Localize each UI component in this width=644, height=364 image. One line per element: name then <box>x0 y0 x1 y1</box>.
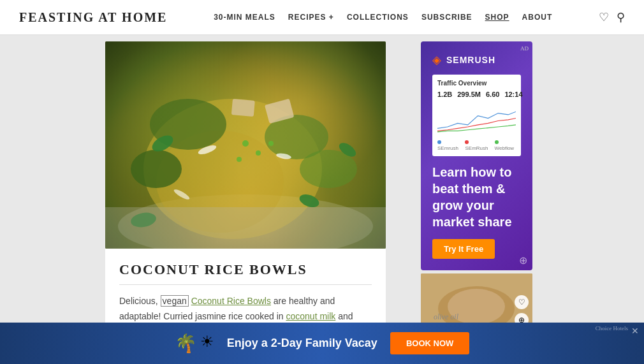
nav-item-about[interactable]: ABOUT <box>522 13 553 22</box>
legend-item-3: Webflow <box>495 140 516 151</box>
banner-logo-text: Choice Hotels <box>596 325 628 331</box>
article-title: COCONUT RICE BOWLS <box>119 261 372 285</box>
legend-dot-2 <box>465 140 469 144</box>
article-link-coconut-rice[interactable]: Coconut Rice Bowls <box>191 296 271 306</box>
semrush-ad-headline: Learn how to beat them & grow your marke… <box>432 164 521 230</box>
food-svg-decoration <box>105 41 386 249</box>
legend-dot-1 <box>437 140 441 144</box>
banner-icons: 🌴 ☀ <box>175 333 214 354</box>
legend-item-1: SEmrush <box>437 140 460 151</box>
svg-point-5 <box>131 150 182 188</box>
svg-rect-20 <box>105 207 386 249</box>
sidebar: AD ◈ SEMRUSH Traffic Overview 1.2B 299.5… <box>405 41 644 364</box>
banner-beach-icon: 🌴 <box>175 333 197 354</box>
site-header: FEASTING AT HOME 30-MIN MEALS RECIPES + … <box>0 0 644 35</box>
banner-close-icon[interactable]: ✕ <box>631 326 639 337</box>
chart-metrics: 1.2B 299.5M 6.60 12:14 <box>437 91 516 98</box>
semrush-ad: AD ◈ SEMRUSH Traffic Overview 1.2B 299.5… <box>421 41 532 270</box>
sidebar-content: AD ◈ SEMRUSH Traffic Overview 1.2B 299.5… <box>414 41 634 331</box>
metric-value-1: 1.2B <box>437 91 452 98</box>
metric-3: 6.60 <box>486 91 499 98</box>
svg-rect-8 <box>231 99 255 117</box>
nav-item-subscribe[interactable]: SUBSCRIBE <box>421 13 472 22</box>
nav-item-shop[interactable]: SHOP <box>485 13 509 22</box>
article-link-coconut-milk[interactable]: coconut milk <box>286 311 335 321</box>
search-icon[interactable]: ⚲ <box>617 10 625 24</box>
banner-inner: 🌴 ☀ Enjoy a 2-Day Family Vacay BOOK NOW <box>175 332 470 354</box>
semrush-ad-header: ◈ SEMRUSH <box>432 53 521 67</box>
svg-point-17 <box>256 150 261 156</box>
header-icons: ♡ ⚲ <box>599 10 625 24</box>
food-image-bg <box>105 41 386 249</box>
svg-point-18 <box>237 157 242 162</box>
chart-title: Traffic Overview <box>437 80 516 87</box>
metric-value-4: 12:14 <box>504 91 522 98</box>
content-area: COCONUT RICE BOWLS Delicious, vegan Coco… <box>0 41 405 364</box>
ad-close-icon[interactable]: ⊕ <box>519 254 527 266</box>
nav-item-recipes[interactable]: RECIPES + <box>288 13 334 22</box>
site-logo[interactable]: FEASTING AT HOME <box>19 10 167 25</box>
nav-item-collections[interactable]: COLLECTIONS <box>347 13 409 22</box>
nav-item-30min[interactable]: 30-MIN MEALS <box>214 13 275 22</box>
side-heart-icon[interactable]: ♡ <box>515 295 529 309</box>
banner-title: Enjoy a 2-Day Family Vacay <box>227 337 377 350</box>
chart-lines <box>437 102 516 137</box>
semrush-cta-button[interactable]: Try It Free <box>432 239 495 259</box>
banner-sun-icon: ☀ <box>200 333 214 354</box>
semrush-logo-text: SEMRUSH <box>446 55 495 65</box>
svg-text:olive oil: olive oil <box>434 312 459 321</box>
semrush-logo-icon: ◈ <box>432 53 441 67</box>
food-image <box>105 41 386 249</box>
bottom-banner: 🌴 ☀ Enjoy a 2-Day Family Vacay BOOK NOW … <box>0 323 644 364</box>
main-content: COCONUT RICE BOWLS Delicious, vegan Coco… <box>0 35 644 364</box>
banner-text-block: Enjoy a 2-Day Family Vacay <box>227 337 377 350</box>
svg-point-19 <box>268 141 274 146</box>
metric-2: 299.5M <box>457 91 481 98</box>
metric-1: 1.2B <box>437 91 452 98</box>
article-highlight-vegan: vegan <box>161 295 189 307</box>
legend-dot-3 <box>495 140 499 144</box>
svg-point-16 <box>242 140 249 147</box>
article-body-intro: Delicious, <box>119 296 161 306</box>
chart-legend: SEmrush SEmRush Webflow <box>437 140 516 151</box>
metric-value-3: 6.60 <box>486 91 499 98</box>
metric-value-2: 299.5M <box>457 91 481 98</box>
legend-item-2: SEmRush <box>465 140 489 151</box>
metric-4: 12:14 <box>504 91 522 98</box>
traffic-chart: Traffic Overview 1.2B 299.5M 6.60 12:14 <box>432 75 521 156</box>
banner-cta-button[interactable]: BOOK NOW <box>390 332 469 354</box>
chart-svg <box>437 102 516 137</box>
ad-badge: AD <box>520 45 529 52</box>
main-nav: 30-MIN MEALS RECIPES + COLLECTIONS SUBSC… <box>214 13 552 22</box>
heart-icon[interactable]: ♡ <box>599 10 609 24</box>
